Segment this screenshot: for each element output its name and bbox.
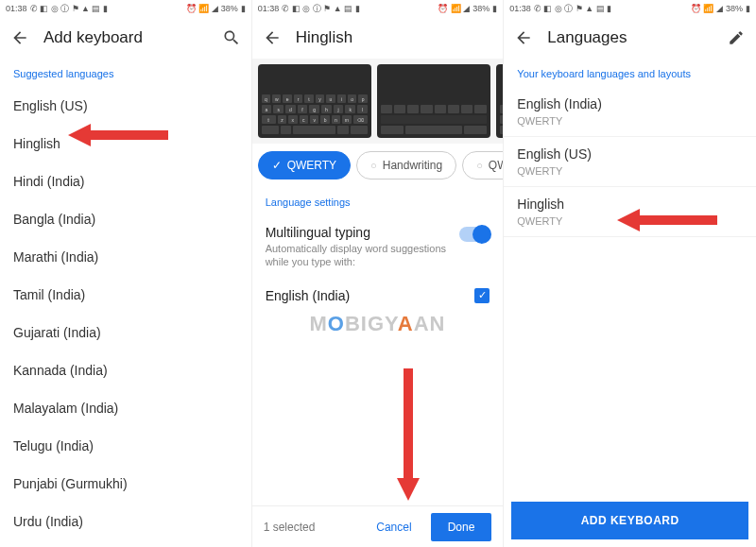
toggle-switch[interactable]	[459, 227, 490, 242]
language-list: English (US) Hinglish Hindi (India) Bang…	[0, 87, 251, 540]
section-suggested: Suggested languages	[0, 59, 251, 87]
list-item[interactable]: Gujarati (India)	[0, 314, 251, 351]
list-item[interactable]: Urdu (India)	[0, 503, 251, 540]
list-item[interactable]: Telugu (India)	[0, 427, 251, 465]
list-item[interactable]: Marathi (India)	[0, 238, 251, 276]
status-bar: 01:38✆ ◧ ◎ ⓘ ⚑ ▲ ▤ ▮ ⏰ 📶 ◢38%▮	[252, 0, 504, 17]
cancel-button[interactable]: Cancel	[370, 513, 417, 541]
section-your-keyboards: Your keyboard languages and layouts	[504, 59, 756, 87]
edit-icon[interactable]	[726, 27, 747, 48]
panel-add-keyboard: 01:38✆ ◧ ◎ ⓘ ⚑ ▲ ▤ ▮ ⏰ 📶 ◢38%▮ Add keybo…	[0, 0, 252, 547]
back-icon[interactable]	[513, 27, 534, 48]
bottom-bar: 1 selected Cancel Done	[252, 505, 504, 547]
list-item[interactable]: Hinglish	[0, 125, 251, 162]
back-icon[interactable]	[9, 27, 30, 48]
add-keyboard-button[interactable]: ADD KEYBOARD	[511, 502, 748, 539]
back-icon[interactable]	[262, 27, 283, 48]
keyboard-preview[interactable]	[377, 64, 490, 138]
selected-count: 1 selected	[264, 521, 358, 534]
list-item[interactable]: Kannada (India)	[0, 351, 251, 389]
list-item[interactable]: Punjabi (Gurmukhi)	[0, 465, 251, 503]
language-label: English (India)	[266, 288, 351, 303]
language-item[interactable]: English (India) QWERTY	[504, 87, 756, 137]
section-language-settings: Language settings	[252, 187, 504, 215]
list-item[interactable]: English (US)	[0, 87, 251, 125]
keyboard-preview[interactable]	[496, 64, 505, 138]
multilingual-typing-row[interactable]: Multilingual typing Automatically displa…	[252, 215, 504, 279]
chip-qwerty[interactable]: QWERTY	[258, 151, 351, 179]
page-title: Add keyboard	[43, 28, 143, 47]
header: Hinglish	[252, 17, 504, 59]
list-item[interactable]: Malayalam (India)	[0, 389, 251, 427]
done-button[interactable]: Done	[431, 513, 492, 541]
page-title: Languages	[547, 28, 627, 47]
setting-title: Multilingual typing	[266, 225, 451, 240]
panel-hinglish: 01:38✆ ◧ ◎ ⓘ ⚑ ▲ ▤ ▮ ⏰ 📶 ◢38%▮ Hinglish …	[252, 0, 505, 547]
keyboard-previews[interactable]: qwertyuiop asdfghjkl ⇧zxcvbnm⌫	[252, 59, 504, 144]
panel-languages: 01:38✆ ◧ ◎ ⓘ ⚑ ▲ ▤ ▮ ⏰ 📶 ◢38%▮ Languages…	[504, 0, 756, 547]
list-item[interactable]: Tamil (India)	[0, 276, 251, 314]
language-item[interactable]: English (US) QWERTY	[504, 137, 756, 187]
search-icon[interactable]	[221, 27, 242, 48]
list-item[interactable]: Hindi (India)	[0, 162, 251, 200]
svg-marker-1	[397, 368, 420, 501]
page-title: Hinglish	[296, 28, 352, 47]
annotation-arrow-icon	[394, 368, 422, 501]
status-bar: 01:38✆ ◧ ◎ ⓘ ⚑ ▲ ▤ ▮ ⏰ 📶 ◢38%▮	[504, 0, 756, 17]
layout-chips: QWERTY Handwriting QWER	[252, 144, 504, 187]
header: Languages	[504, 17, 756, 59]
list-item[interactable]: Bangla (India)	[0, 200, 251, 238]
chip-handwriting[interactable]: Handwriting	[356, 151, 456, 179]
header: Add keyboard	[0, 17, 251, 59]
checkbox[interactable]: ✓	[474, 288, 490, 303]
extra-language-row[interactable]: English (India) ✓	[252, 279, 504, 313]
status-bar: 01:38✆ ◧ ◎ ⓘ ⚑ ▲ ▤ ▮ ⏰ 📶 ◢38%▮	[0, 0, 251, 17]
keyboard-preview[interactable]: qwertyuiop asdfghjkl ⇧zxcvbnm⌫	[258, 64, 371, 138]
language-item[interactable]: Hinglish QWERTY	[504, 187, 756, 237]
setting-subtitle: Automatically display word suggestions w…	[266, 242, 451, 269]
watermark: MOBIGYAAN	[310, 312, 446, 336]
chip-qwer[interactable]: QWER	[462, 151, 503, 179]
